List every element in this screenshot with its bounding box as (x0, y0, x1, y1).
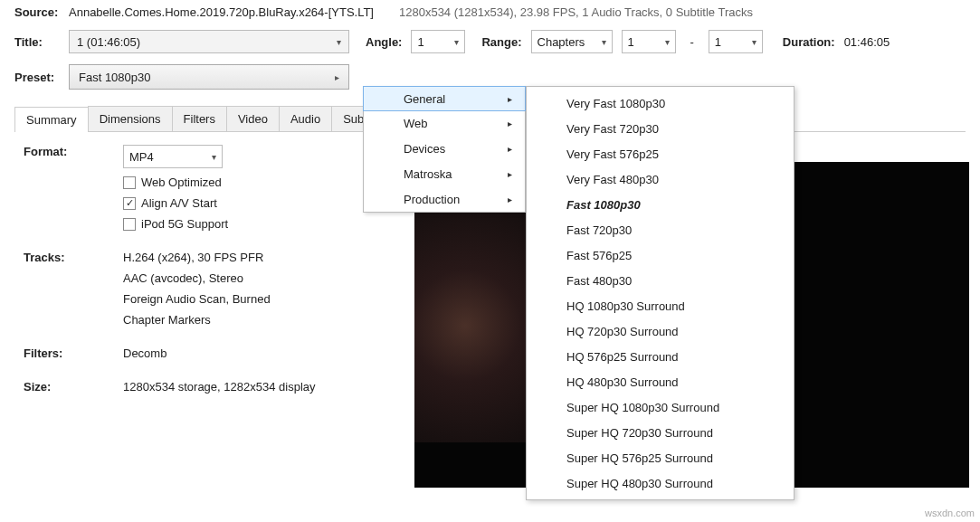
format-select[interactable]: MP4 ▾ (123, 145, 223, 168)
menu-item-label: Production (404, 193, 460, 206)
tab-audio[interactable]: Audio (279, 106, 332, 131)
preset-category-production[interactable]: Production ▸ (364, 186, 525, 212)
source-label: Source: (14, 5, 60, 19)
chevron-down-icon: ▾ (337, 37, 341, 47)
preset-item[interactable]: Very Fast 576p25 (527, 141, 794, 166)
range-to-select[interactable]: 1 ▾ (709, 30, 763, 53)
track-line: Chapter Markers (123, 313, 422, 327)
preset-item[interactable]: HQ 480p30 Surround (527, 369, 794, 394)
duration-label: Duration: (783, 35, 835, 49)
preset-item[interactable]: Super HQ 480p30 Surround (527, 470, 794, 496)
track-line: AAC (avcodec), Stereo (123, 271, 422, 285)
preset-item[interactable]: Fast 480p30 (527, 268, 794, 293)
range-label: Range: (481, 35, 521, 49)
tracks-label: Tracks: (24, 251, 123, 334)
range-mode: Chapters (538, 35, 585, 49)
tab-dimensions[interactable]: Dimensions (88, 106, 173, 131)
checkbox-icon (123, 176, 136, 189)
preset-item[interactable]: Very Fast 1080p30 (527, 90, 794, 116)
preset-item[interactable]: HQ 720p30 Surround (527, 318, 794, 344)
chevron-down-icon: ▾ (212, 152, 216, 162)
angle-select[interactable]: 1 ▾ (411, 30, 465, 53)
size-value: 1280x534 storage, 1282x534 display (123, 380, 422, 394)
preset-button[interactable]: Fast 1080p30 ▸ (69, 64, 349, 90)
preview-frame (414, 209, 541, 442)
chevron-down-icon: ▾ (752, 37, 756, 47)
range-to: 1 (715, 35, 721, 49)
track-line: Foreign Audio Scan, Burned (123, 292, 422, 306)
preset-submenu: Very Fast 1080p30 Very Fast 720p30 Very … (526, 86, 794, 500)
preset-category-matroska[interactable]: Matroska ▸ (364, 161, 525, 186)
arrow-right-icon: ▸ (508, 144, 512, 154)
title-label: Title: (14, 35, 60, 49)
format-label: Format: (24, 145, 123, 238)
arrow-right-icon: ▸ (335, 72, 339, 82)
preset-label: Preset: (14, 71, 60, 84)
chevron-down-icon: ▾ (602, 37, 606, 47)
menu-item-label: Matroska (404, 167, 452, 181)
preset-value: Fast 1080p30 (79, 71, 151, 84)
angle-value: 1 (417, 35, 423, 49)
ipod-checkbox[interactable]: iPod 5G Support (123, 217, 422, 231)
preset-item[interactable]: Super HQ 576p25 Surround (527, 445, 794, 470)
preset-item-current[interactable]: Fast 1080p30 (527, 192, 794, 217)
range-from-select[interactable]: 1 ▾ (622, 30, 676, 53)
preset-item[interactable]: HQ 1080p30 Surround (527, 293, 794, 318)
preset-item[interactable]: Very Fast 720p30 (527, 116, 794, 141)
menu-item-label: General (404, 92, 445, 106)
preset-category-web[interactable]: Web ▸ (364, 110, 525, 136)
preset-item[interactable]: HQ 576p25 Surround (527, 344, 794, 369)
duration-value: 01:46:05 (844, 35, 890, 49)
align-av-label: Align A/V Start (141, 196, 217, 210)
preset-category-menu: General ▸ Web ▸ Devices ▸ Matroska ▸ Pro… (363, 86, 526, 213)
preset-category-devices[interactable]: Devices ▸ (364, 136, 525, 161)
range-from: 1 (628, 35, 634, 49)
source-info: 1280x534 (1281x534), 23.98 FPS, 1 Audio … (399, 5, 753, 19)
range-separator: - (690, 35, 694, 49)
preset-item[interactable]: Super HQ 1080p30 Surround (527, 394, 794, 420)
tab-filters[interactable]: Filters (172, 106, 227, 131)
preset-category-general[interactable]: General ▸ (363, 86, 526, 111)
checkbox-checked-icon: ✓ (123, 197, 136, 210)
arrow-right-icon: ▸ (508, 195, 512, 204)
range-mode-select[interactable]: Chapters ▾ (531, 30, 613, 53)
title-select[interactable]: 1 (01:46:05) ▾ (69, 30, 349, 53)
arrow-right-icon: ▸ (508, 169, 512, 179)
tab-video[interactable]: Video (226, 106, 280, 131)
menu-item-label: Devices (404, 142, 445, 156)
watermark: wsxdn.com (925, 508, 975, 518)
preset-item[interactable]: Super HQ 720p30 Surround (527, 420, 794, 445)
filters-label: Filters: (24, 346, 123, 367)
format-value: MP4 (129, 150, 154, 164)
track-line: H.264 (x264), 30 FPS PFR (123, 251, 422, 264)
chevron-down-icon: ▾ (665, 37, 670, 47)
title-value: 1 (01:46:05) (77, 35, 140, 49)
chevron-down-icon: ▾ (454, 37, 459, 47)
ipod-label: iPod 5G Support (141, 217, 228, 231)
arrow-right-icon: ▸ (508, 94, 512, 104)
web-optimized-label: Web Optimized (141, 176, 222, 189)
angle-label: Angle: (366, 35, 402, 49)
source-name: Annabelle.Comes.Home.2019.720p.BluRay.x2… (69, 5, 374, 19)
size-label: Size: (24, 380, 123, 401)
menu-item-label: Web (404, 117, 428, 130)
preset-item[interactable]: Fast 720p30 (527, 217, 794, 242)
preset-item[interactable]: Fast 576p25 (527, 242, 794, 268)
tab-summary[interactable]: Summary (14, 107, 89, 132)
filters-value: Decomb (123, 346, 422, 360)
arrow-right-icon: ▸ (508, 119, 512, 128)
checkbox-icon (123, 218, 136, 231)
preset-item[interactable]: Very Fast 480p30 (527, 166, 794, 192)
